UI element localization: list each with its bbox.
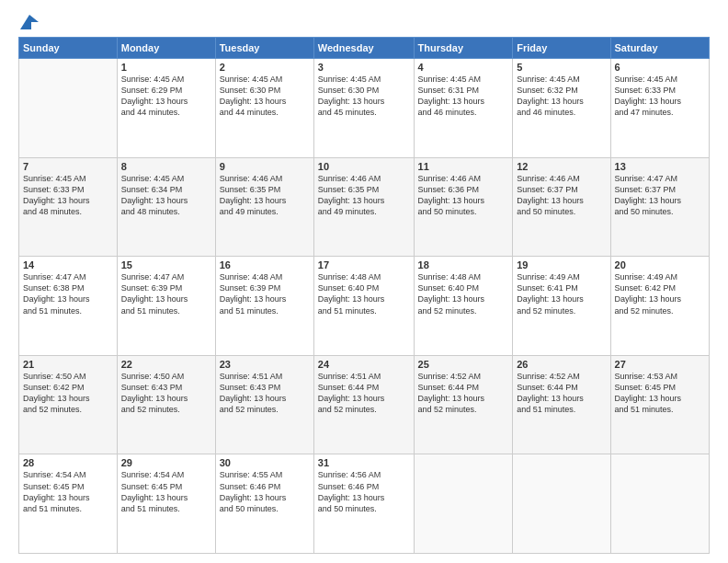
calendar-header-cell: Sunday	[19, 38, 118, 59]
day-info: Sunrise: 4:46 AM Sunset: 6:35 PM Dayligh…	[220, 173, 310, 218]
calendar-day-cell: 21Sunrise: 4:50 AM Sunset: 6:42 PM Dayli…	[19, 355, 118, 454]
calendar-week-row: 14Sunrise: 4:47 AM Sunset: 6:38 PM Dayli…	[19, 257, 710, 356]
day-info: Sunrise: 4:48 AM Sunset: 6:40 PM Dayligh…	[418, 271, 509, 316]
calendar-day-cell	[610, 454, 709, 554]
logo-icon	[20, 15, 39, 29]
day-number: 25	[418, 359, 509, 370]
day-number: 31	[318, 457, 410, 468]
day-info: Sunrise: 4:52 AM Sunset: 6:44 PM Dayligh…	[517, 371, 606, 416]
day-info: Sunrise: 4:45 AM Sunset: 6:32 PM Dayligh…	[517, 74, 606, 119]
day-number: 10	[318, 161, 410, 172]
day-info: Sunrise: 4:45 AM Sunset: 6:33 PM Dayligh…	[23, 173, 113, 218]
day-number: 23	[220, 359, 310, 370]
day-number: 29	[121, 457, 211, 468]
calendar-day-cell: 25Sunrise: 4:52 AM Sunset: 6:44 PM Dayli…	[414, 355, 513, 454]
calendar-day-cell: 22Sunrise: 4:50 AM Sunset: 6:43 PM Dayli…	[117, 355, 215, 454]
day-number: 24	[318, 359, 410, 370]
day-number: 18	[418, 259, 509, 270]
calendar-day-cell: 7Sunrise: 4:45 AM Sunset: 6:33 PM Daylig…	[19, 157, 118, 257]
day-number: 12	[517, 161, 606, 172]
day-info: Sunrise: 4:47 AM Sunset: 6:37 PM Dayligh…	[615, 173, 705, 218]
day-number: 28	[23, 457, 113, 468]
calendar-day-cell	[513, 454, 610, 554]
day-number: 11	[418, 161, 509, 172]
calendar-week-row: 21Sunrise: 4:50 AM Sunset: 6:42 PM Dayli…	[19, 355, 710, 454]
calendar-day-cell: 10Sunrise: 4:46 AM Sunset: 6:35 PM Dayli…	[313, 157, 414, 257]
day-info: Sunrise: 4:48 AM Sunset: 6:40 PM Dayligh…	[318, 271, 410, 316]
day-number: 13	[615, 161, 705, 172]
day-number: 22	[121, 359, 211, 370]
calendar-day-cell: 31Sunrise: 4:56 AM Sunset: 6:46 PM Dayli…	[313, 454, 414, 554]
day-info: Sunrise: 4:49 AM Sunset: 6:42 PM Dayligh…	[615, 271, 705, 316]
day-number: 15	[121, 259, 211, 270]
calendar-day-cell: 28Sunrise: 4:54 AM Sunset: 6:45 PM Dayli…	[19, 454, 118, 554]
day-number: 27	[615, 359, 705, 370]
calendar-header-cell: Thursday	[414, 38, 513, 59]
day-number: 7	[23, 161, 113, 172]
day-info: Sunrise: 4:46 AM Sunset: 6:35 PM Dayligh…	[318, 173, 410, 218]
calendar-week-row: 1Sunrise: 4:45 AM Sunset: 6:29 PM Daylig…	[19, 59, 710, 158]
day-info: Sunrise: 4:47 AM Sunset: 6:38 PM Dayligh…	[23, 271, 113, 316]
calendar-day-cell: 30Sunrise: 4:55 AM Sunset: 6:46 PM Dayli…	[215, 454, 313, 554]
calendar-header-cell: Saturday	[610, 38, 709, 59]
calendar-week-row: 7Sunrise: 4:45 AM Sunset: 6:33 PM Daylig…	[19, 157, 710, 257]
calendar-header-cell: Wednesday	[313, 38, 414, 59]
day-number: 30	[220, 457, 310, 468]
calendar-day-cell: 15Sunrise: 4:47 AM Sunset: 6:39 PM Dayli…	[117, 257, 215, 356]
calendar-day-cell: 3Sunrise: 4:45 AM Sunset: 6:30 PM Daylig…	[313, 59, 414, 158]
page: SundayMondayTuesdayWednesdayThursdayFrid…	[0, 0, 728, 563]
day-number: 2	[220, 62, 310, 73]
calendar-day-cell: 26Sunrise: 4:52 AM Sunset: 6:44 PM Dayli…	[513, 355, 610, 454]
calendar-header-cell: Monday	[117, 38, 215, 59]
calendar-day-cell: 14Sunrise: 4:47 AM Sunset: 6:38 PM Dayli…	[19, 257, 118, 356]
logo	[18, 15, 39, 29]
day-info: Sunrise: 4:50 AM Sunset: 6:42 PM Dayligh…	[23, 371, 113, 416]
day-number: 5	[517, 62, 606, 73]
calendar-week-row: 28Sunrise: 4:54 AM Sunset: 6:45 PM Dayli…	[19, 454, 710, 554]
calendar-day-cell: 4Sunrise: 4:45 AM Sunset: 6:31 PM Daylig…	[414, 59, 513, 158]
day-info: Sunrise: 4:51 AM Sunset: 6:43 PM Dayligh…	[220, 371, 310, 416]
calendar-day-cell: 11Sunrise: 4:46 AM Sunset: 6:36 PM Dayli…	[414, 157, 513, 257]
day-info: Sunrise: 4:50 AM Sunset: 6:43 PM Dayligh…	[121, 371, 211, 416]
calendar-day-cell	[19, 59, 118, 158]
day-number: 1	[121, 62, 211, 73]
calendar-day-cell: 19Sunrise: 4:49 AM Sunset: 6:41 PM Dayli…	[513, 257, 610, 356]
calendar-day-cell	[414, 454, 513, 554]
day-info: Sunrise: 4:45 AM Sunset: 6:30 PM Dayligh…	[220, 74, 310, 119]
day-number: 26	[517, 359, 606, 370]
day-info: Sunrise: 4:45 AM Sunset: 6:30 PM Dayligh…	[318, 74, 410, 119]
header-row: SundayMondayTuesdayWednesdayThursdayFrid…	[19, 38, 710, 59]
day-info: Sunrise: 4:48 AM Sunset: 6:39 PM Dayligh…	[220, 271, 310, 316]
day-number: 21	[23, 359, 113, 370]
calendar-day-cell: 29Sunrise: 4:54 AM Sunset: 6:45 PM Dayli…	[117, 454, 215, 554]
calendar-table: SundayMondayTuesdayWednesdayThursdayFrid…	[18, 37, 710, 554]
day-info: Sunrise: 4:56 AM Sunset: 6:46 PM Dayligh…	[318, 469, 410, 514]
day-info: Sunrise: 4:46 AM Sunset: 6:37 PM Dayligh…	[517, 173, 606, 218]
calendar-day-cell: 9Sunrise: 4:46 AM Sunset: 6:35 PM Daylig…	[215, 157, 313, 257]
calendar-day-cell: 1Sunrise: 4:45 AM Sunset: 6:29 PM Daylig…	[117, 59, 215, 158]
day-info: Sunrise: 4:45 AM Sunset: 6:29 PM Dayligh…	[121, 74, 211, 119]
svg-marker-0	[20, 15, 39, 29]
day-number: 3	[318, 62, 410, 73]
day-number: 20	[615, 259, 705, 270]
calendar-body: 1Sunrise: 4:45 AM Sunset: 6:29 PM Daylig…	[19, 59, 710, 554]
calendar-day-cell: 18Sunrise: 4:48 AM Sunset: 6:40 PM Dayli…	[414, 257, 513, 356]
calendar-header-cell: Tuesday	[215, 38, 313, 59]
day-number: 19	[517, 259, 606, 270]
day-info: Sunrise: 4:45 AM Sunset: 6:31 PM Dayligh…	[418, 74, 509, 119]
day-number: 9	[220, 161, 310, 172]
day-info: Sunrise: 4:54 AM Sunset: 6:45 PM Dayligh…	[121, 469, 211, 514]
calendar-day-cell: 2Sunrise: 4:45 AM Sunset: 6:30 PM Daylig…	[215, 59, 313, 158]
calendar-header-cell: Friday	[513, 38, 610, 59]
day-number: 16	[220, 259, 310, 270]
header	[18, 15, 710, 29]
calendar-day-cell: 5Sunrise: 4:45 AM Sunset: 6:32 PM Daylig…	[513, 59, 610, 158]
day-info: Sunrise: 4:49 AM Sunset: 6:41 PM Dayligh…	[517, 271, 606, 316]
day-info: Sunrise: 4:45 AM Sunset: 6:34 PM Dayligh…	[121, 173, 211, 218]
calendar-day-cell: 6Sunrise: 4:45 AM Sunset: 6:33 PM Daylig…	[610, 59, 709, 158]
day-info: Sunrise: 4:52 AM Sunset: 6:44 PM Dayligh…	[418, 371, 509, 416]
calendar-day-cell: 16Sunrise: 4:48 AM Sunset: 6:39 PM Dayli…	[215, 257, 313, 356]
calendar-day-cell: 8Sunrise: 4:45 AM Sunset: 6:34 PM Daylig…	[117, 157, 215, 257]
day-info: Sunrise: 4:47 AM Sunset: 6:39 PM Dayligh…	[121, 271, 211, 316]
calendar-day-cell: 20Sunrise: 4:49 AM Sunset: 6:42 PM Dayli…	[610, 257, 709, 356]
